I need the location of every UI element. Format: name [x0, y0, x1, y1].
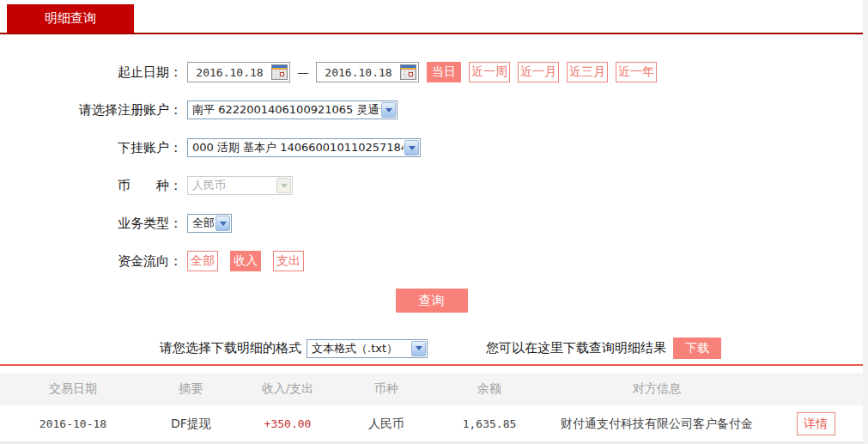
- business-type-value: 全部: [188, 216, 215, 231]
- download-row: 请您选择下载明细的格式 文本格式（.txt） 您可以在这里下载查询明细结果 下载: [160, 338, 863, 359]
- register-account-value: 南平 6222001406100921065 灵通卡: [188, 102, 380, 118]
- start-date-input[interactable]: 2016.10.18: [187, 62, 290, 82]
- download-format-label: 请您选择下载明细的格式: [160, 340, 301, 356]
- sub-account-row: 下挂账户： 000 活期 基本户 1406600101102571848: [0, 137, 863, 158]
- chevron-down-icon: [404, 140, 419, 155]
- tab-detail-query[interactable]: 明细查询: [7, 4, 134, 33]
- fund-flow-label: 资金流向：: [0, 253, 182, 270]
- cell-amount: +350.00: [236, 417, 339, 430]
- calendar-icon[interactable]: [271, 64, 288, 80]
- fund-flow-row: 资金流向： 全部 收入 支出: [0, 251, 863, 271]
- cell-balance: 1,635.85: [434, 417, 545, 430]
- currency-row: 币 种： 人民币: [0, 175, 863, 196]
- chevron-down-icon: [276, 178, 291, 193]
- quick-week-button[interactable]: 近一周: [469, 62, 510, 82]
- cell-date: 2016-10-18: [0, 417, 146, 430]
- register-account-select[interactable]: 南平 6222001406100921065 灵通卡: [187, 100, 398, 119]
- business-type-select[interactable]: 全部: [187, 214, 232, 233]
- download-format-value: 文本格式（.txt）: [307, 341, 410, 356]
- chevron-down-icon: [411, 341, 426, 356]
- results-table: 交易日期 摘要 收入/支出 币种 余额 对方信息 2016-10-18 DF提现…: [0, 373, 863, 443]
- col-header-currency: 币种: [339, 381, 434, 397]
- download-hint: 您可以在这里下载查询明细结果: [486, 340, 666, 356]
- cell-actions: 详情: [768, 412, 863, 435]
- quick-quarter-button[interactable]: 近三月: [567, 62, 608, 82]
- tab-bar: 明细查询: [0, 0, 863, 34]
- date-range-label: 起止日期：: [0, 64, 182, 81]
- download-format-select[interactable]: 文本格式（.txt）: [307, 339, 428, 358]
- cell-counterparty: 财付通支付科技有限公司客户备付金: [545, 417, 768, 432]
- table-header-row: 交易日期 摘要 收入/支出 币种 余额 对方信息: [0, 373, 863, 405]
- start-date-value: 2016.10.18: [188, 66, 271, 79]
- detail-button[interactable]: 详情: [797, 412, 835, 435]
- cell-currency: 人民币: [339, 417, 434, 432]
- fund-flow-all-button[interactable]: 全部: [187, 251, 218, 271]
- col-header-counterparty: 对方信息: [545, 381, 768, 397]
- end-date-value: 2016.10.18: [317, 66, 400, 79]
- download-button[interactable]: 下载: [673, 338, 721, 359]
- query-form: 起止日期： 2016.10.18 — 2016.10.18 当日 近一周 近一月…: [0, 34, 863, 313]
- section-divider: [0, 364, 863, 366]
- chevron-down-icon: [381, 102, 396, 118]
- sub-account-select[interactable]: 000 活期 基本户 1406600101102571848: [187, 138, 421, 157]
- sub-account-label: 下挂账户：: [0, 140, 182, 156]
- quick-year-button[interactable]: 近一年: [616, 62, 657, 82]
- fund-flow-expense-button[interactable]: 支出: [273, 251, 304, 271]
- register-account-label: 请选择注册账户：: [0, 102, 182, 119]
- business-type-row: 业务类型： 全部: [0, 213, 863, 234]
- col-header-summary: 摘要: [146, 381, 236, 397]
- query-button[interactable]: 查询: [396, 289, 468, 313]
- quick-today-button[interactable]: 当日: [427, 62, 461, 82]
- col-header-date: 交易日期: [0, 381, 146, 397]
- currency-value: 人民币: [188, 178, 276, 193]
- content-panel: 明细查询 起止日期： 2016.10.18 — 2016.10.18 当日 近一…: [0, 0, 863, 441]
- table-row: 2016-10-18 DF提现 +350.00 人民币 1,635.85 财付通…: [0, 405, 863, 443]
- col-header-amount: 收入/支出: [236, 381, 339, 397]
- chevron-down-icon: [215, 216, 230, 231]
- quick-month-button[interactable]: 近一月: [518, 62, 559, 82]
- fund-flow-income-button[interactable]: 收入: [230, 251, 261, 271]
- detail-query-page: 明细查询 起止日期： 2016.10.18 — 2016.10.18 当日 近一…: [0, 0, 868, 444]
- query-button-row: 查询: [0, 289, 863, 313]
- business-type-label: 业务类型：: [0, 216, 182, 232]
- end-date-input[interactable]: 2016.10.18: [316, 62, 419, 82]
- col-header-balance: 余额: [434, 381, 545, 397]
- sub-account-value: 000 活期 基本户 1406600101102571848: [188, 140, 404, 155]
- date-range-row: 起止日期： 2016.10.18 — 2016.10.18 当日 近一周 近一月…: [0, 62, 863, 82]
- cell-summary: DF提现: [146, 417, 236, 432]
- date-separator: —: [297, 65, 309, 79]
- calendar-icon[interactable]: [400, 64, 416, 80]
- register-account-row: 请选择注册账户： 南平 6222001406100921065 灵通卡: [0, 100, 863, 120]
- currency-select: 人民币: [187, 176, 293, 195]
- currency-label: 币 种：: [0, 178, 182, 194]
